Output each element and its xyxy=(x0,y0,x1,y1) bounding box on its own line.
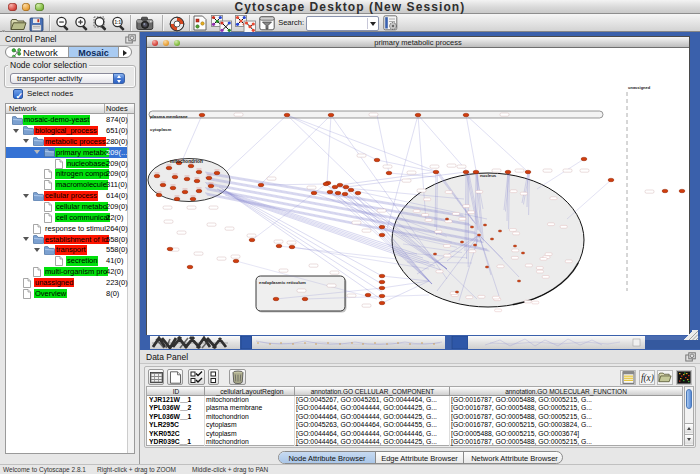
svg-text:unassigned: unassigned xyxy=(628,85,651,90)
svg-text:1:1: 1:1 xyxy=(114,20,121,25)
svg-text:nucleus: nucleus xyxy=(480,173,497,178)
svg-text:f(x): f(x) xyxy=(641,373,654,384)
svg-text:mitochondrion: mitochondrion xyxy=(170,159,203,164)
svg-text:endoplasmic reticulum: endoplasmic reticulum xyxy=(259,280,306,285)
svg-text:plasma membrane: plasma membrane xyxy=(150,114,188,119)
svg-text:cytoplasm: cytoplasm xyxy=(150,127,171,132)
